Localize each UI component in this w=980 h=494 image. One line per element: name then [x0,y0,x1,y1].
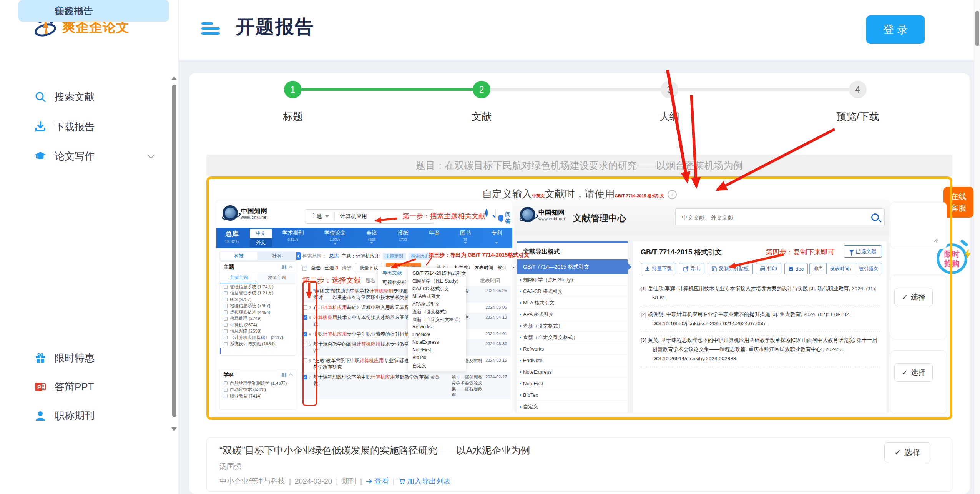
sort-by-cites: 被引频次 [855,263,882,274]
print-button: 打印 [756,263,781,274]
svg-text:W: W [790,268,792,270]
subject-filter-panel: 学科 自然地理学和测绘学 (1.46万)自动化技术 (5320)职业教育 (74… [219,369,296,410]
cnki-result-row: 6 “三教”改革背景下中职计算机应用专业“岗课赛证一体化”教学改革研究 陈琛 造… [300,356,511,372]
scope-chip: 检索历史 [409,253,432,260]
cnki-scope-row: 检索范围：总库主题：计算机应用 主题定制 检索历史 [302,253,432,260]
expand-more-icon [220,347,296,355]
copy-to-clipboard-button: 复制到剪贴板 [708,263,753,274]
export-format-submenu: GB/T 7714-2015 格式引文知网研学（原E-Study）CAJ-CD … [408,268,466,371]
export-search-input [682,209,862,226]
format-item: Refworks [517,343,628,355]
sidebar-sub-item[interactable]: 任务书 [18,0,169,22]
cnki-nav-category: 图书76 [460,230,471,248]
filter-checkbox-item: 系统设计与实现 (1984) [220,341,296,348]
format-item: 查新（引文格式） [517,320,628,332]
sidebar-scrollbar[interactable] [172,85,176,417]
select-button[interactable]: ✓选择 [894,288,933,306]
checkbox-icon [224,317,228,321]
info-icon[interactable]: i [668,190,677,199]
result-date: 2024-02-27 [485,374,511,379]
filter-checkbox-item: GIS (9787) [220,296,296,303]
step-label-3: 大纲 [627,110,712,123]
filter-panel-title: 主题 [224,264,282,271]
sidebar-item-search[interactable]: 搜索文献 [18,86,169,108]
checkbox-icon [224,304,228,308]
page-title: 开题报告 [236,15,314,39]
search-icon [35,91,46,103]
sidebar-item-journal[interactable]: 职称期刊 [18,405,169,426]
format-item: CAJ-CD 格式引文 [517,286,628,297]
cnki-discipline-tabs: 科技 社科 [219,251,296,261]
format-item: BibTex [517,389,628,401]
step-label-1: 标题 [251,110,335,123]
clear-link: 清除 [342,265,351,271]
sidebar-item-promo[interactable]: 限时特惠 [18,347,169,369]
caret-down-icon [334,243,337,245]
filter-checkbox-item: 管理信息系统 (1.74万) [220,284,296,290]
filter-panel-title: 学科 [224,371,282,378]
reference-list: [1] 岳佳欣,李辉. 计算机应用技术专业专本衔接人才培养方案的设计与实践 [J… [641,281,880,367]
submenu-item: 查新（引文格式） [408,308,466,315]
select-button[interactable]: ✓选择 [884,442,930,462]
cnki-logo-text: 中国知网 [241,206,268,215]
reference-entry: [2] 杨俊明. 中职计算机应用专业学生职业素养的提升措施 [J]. 亚太教育,… [641,306,880,332]
submenu-item: NoteFirst [408,346,466,354]
cnki-result-list: 1 “组团式”帮扶助力中职学校计算机应用专业高水平建设探讨——以吴忠市红寺堡区职… [300,286,511,399]
selected-count: 已选 3 [324,265,338,271]
sidebar-item-ppt[interactable]: P 答辩PPT [18,376,169,398]
bar-chart-icon [282,373,286,377]
ppt-icon: P [35,381,46,393]
sort-by-date: 发表时间↓ [826,263,855,274]
scrollbar-thumb[interactable] [975,11,979,46]
cart-icon [399,478,405,484]
result-date: 2024-05-25 [485,288,511,293]
cnki-nav-category: 报纸1723 [397,230,408,248]
notice-text: 文献时，请使用 [545,188,615,200]
step-circle-4: 4 [849,81,867,98]
menu-toggle-icon[interactable] [201,22,220,36]
login-button[interactable]: 登 录 [866,15,925,44]
cnki-export-panel: 中国知网www.cnki.net 文献管理中心 文献导出格式 GB/T 7714… [515,201,889,413]
batch-download-button: 批量下载 [641,263,676,274]
submenu-item: CAJ-CD 格式引文 [408,284,466,292]
notice-emphasis: 中英文 [532,193,545,198]
sidebar-item-download[interactable]: 下载报告 [18,116,169,138]
cnki-globe-icon [520,207,535,222]
literature-meta: 中小企业管理与科技| 2024-03-20| 期刊| 查看| 加入导出列表 [219,476,451,486]
select-button[interactable]: ✓选择 [894,363,933,382]
step-label-2: 文献 [439,110,524,123]
step2-annotation: 第二步：选择文献 [302,275,361,285]
column-header-title: 题名 [365,277,375,284]
qa-link: 问答 [498,211,513,225]
literature-author: 汤国强 [219,462,241,472]
cnki-nav-categories: 学术期刊9.51万 学位论文1.93万 会议4866 报纸1723 [272,230,512,248]
format-item-active: GB/T 7714—2015 格式引文 [517,259,628,274]
cnki-logo-url: www.cnki.net [241,215,268,220]
sort-label: 排序 [809,263,827,274]
topbar: 开题报告 登 录 [179,0,974,60]
format-item: APA 格式引文 [517,309,628,320]
cnki-search-header: 中国知网www.cnki.net 主题 计算机应用 第一步：搜索主题相关文献 问… [216,201,512,228]
sidebar-scroll-up-icon[interactable] [171,76,177,80]
checkbox-icon [224,323,228,327]
add-to-export-link[interactable]: 加入导出列表 [399,476,451,486]
filter-checkbox-item: 计算机 (2674) [220,322,296,328]
step3-annotation: 第三步：导出为 GB/T 7714-2015格式引文 [429,252,529,259]
sidebar-item-label: 职称期刊 [55,409,95,422]
bar-chart-icon [282,265,286,269]
view-link[interactable]: 查看 [366,476,389,486]
step-circle-3: 3 [661,81,678,98]
check-icon: ✓ [902,368,908,377]
page-scrollbar[interactable] [974,0,980,494]
step-connector [490,88,661,91]
sidebar-item-label: 答辩PPT [55,380,94,394]
format-list-title: 文献导出格式 [517,243,628,259]
reference-entry: [3] 黄英. 基于课程思政理念下的中职计算机应用基础教学改革探索[C]// 山… [641,332,880,367]
page: { "brand": { "name": "爽歪歪论文" }, "header"… [0,0,980,494]
notice-text: 自定义输入 [482,188,532,200]
sidebar-item-writing[interactable]: 论文写作 [18,145,169,167]
scope-chip: 主题定制 [383,253,406,260]
step-circle-2: 2 [473,81,490,98]
format-item: 知网研学（原E-Study） [517,274,628,286]
sidebar-scroll-down-icon[interactable] [171,427,177,431]
